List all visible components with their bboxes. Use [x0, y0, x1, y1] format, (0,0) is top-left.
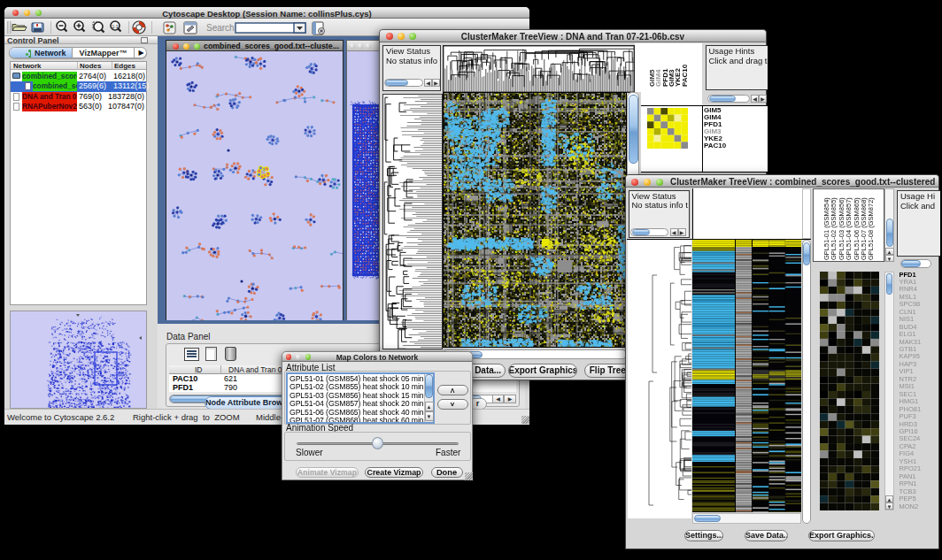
svg-text:Search:: Search: — [206, 23, 236, 33]
svg-text:1:1: 1:1 — [112, 24, 119, 29]
